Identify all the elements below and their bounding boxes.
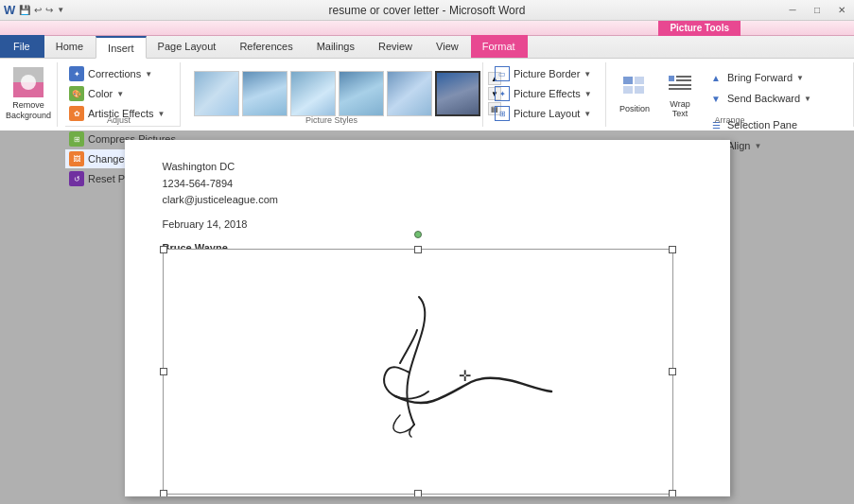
corrections-button[interactable]: ✦ Corrections ▼: [65, 64, 180, 83]
picture-styles-group: ▲ ▼ ▤ Picture Styles: [181, 62, 483, 127]
picture-format-buttons: ▭ Picture Border ▼ ✦ Picture Effects ▼ ⊞…: [491, 64, 596, 125]
style-thumbnails-container: ▲ ▼ ▤: [188, 64, 475, 123]
position-icon: [621, 75, 648, 101]
wrap-text-button[interactable]: WrapText: [659, 64, 701, 123]
handle-bot-left[interactable]: [160, 490, 167, 496]
phone-line: 1234-564-7894: [163, 176, 692, 193]
arrange-label: Arrange: [606, 115, 853, 125]
close-button[interactable]: ✕: [829, 0, 854, 21]
color-dropdown[interactable]: ▼: [116, 90, 124, 98]
handle-rotate[interactable]: [414, 231, 422, 238]
tab-mailings[interactable]: Mailings: [305, 35, 367, 58]
move-cursor: ✛: [459, 367, 471, 385]
svg-rect-3: [623, 77, 633, 84]
compress-icon: ⊞: [69, 131, 84, 147]
color-button[interactable]: 🎨 Color ▼: [65, 84, 180, 103]
minimize-button[interactable]: ─: [780, 0, 805, 21]
title-bar: W 💾 ↩ ↪ ▼ resume or cover letter - Micro…: [0, 0, 854, 21]
signature-image[interactable]: ✛: [163, 249, 673, 495]
picture-layout-icon: ⊞: [495, 106, 510, 121]
send-backward-icon: ▼: [708, 91, 723, 106]
document-page: Washington DC 1234-564-7894 clark@justic…: [125, 140, 730, 496]
picture-effects-icon: ✦: [495, 86, 510, 101]
remove-background-icon: [13, 67, 44, 97]
picture-border-button[interactable]: ▭ Picture Border ▼: [491, 64, 596, 83]
change-picture-icon: 🖼: [69, 151, 84, 166]
picture-effects-button[interactable]: ✦ Picture Effects ▼: [491, 84, 596, 103]
word-icon: W: [4, 3, 15, 17]
border-dropdown[interactable]: ▼: [584, 70, 591, 78]
address-line: Washington DC: [163, 159, 692, 176]
picture-layout-label: Picture Layout: [514, 108, 580, 119]
style-thumb-5[interactable]: [387, 71, 432, 116]
adjust-label: Adjust: [58, 115, 180, 125]
bring-forward-dropdown[interactable]: ▼: [796, 74, 804, 82]
bring-forward-label: Bring Forward: [727, 72, 793, 83]
window-controls: ─ □ ✕: [780, 0, 854, 21]
svg-rect-4: [635, 77, 644, 84]
picture-layout-button[interactable]: ⊞ Picture Layout ▼: [491, 104, 596, 123]
tab-home[interactable]: Home: [44, 35, 96, 58]
bring-forward-button[interactable]: ▲ Bring Forward ▼: [705, 68, 818, 87]
quick-access-toolbar: W 💾 ↩ ↪ ▼: [4, 3, 64, 17]
remove-background-label: RemoveBackground: [6, 100, 51, 121]
redo-icon[interactable]: ↪: [45, 5, 53, 15]
svg-point-2: [21, 75, 36, 90]
send-backward-dropdown[interactable]: ▼: [804, 95, 811, 103]
window-title: resume or cover letter - Microsoft Word: [329, 4, 526, 17]
handle-mid-right[interactable]: [669, 368, 676, 375]
picture-format-group: ▭ Picture Border ▼ ✦ Picture Effects ▼ ⊞…: [483, 62, 606, 127]
arrange-group: Position WrapText ▲ Bring Forw: [606, 62, 854, 127]
style-thumb-3[interactable]: [290, 71, 336, 116]
layout-dropdown[interactable]: ▼: [584, 110, 591, 118]
picture-tools-label: Picture Tools: [658, 21, 741, 36]
corrections-dropdown[interactable]: ▼: [145, 70, 152, 78]
handle-bot-center[interactable]: [414, 490, 422, 496]
handle-mid-left[interactable]: [160, 368, 167, 375]
tab-insert[interactable]: Insert: [96, 36, 147, 59]
tab-page-layout[interactable]: Page Layout: [147, 35, 229, 58]
align-dropdown[interactable]: ▼: [754, 142, 761, 150]
position-button[interactable]: Position: [614, 64, 655, 123]
picture-border-label: Picture Border: [514, 68, 580, 79]
tab-view[interactable]: View: [425, 35, 471, 58]
remove-background-button[interactable]: RemoveBackground: [4, 64, 53, 123]
arrange-side-buttons: ▲ Bring Forward ▼ ▼ Send Backward ▼ ☰ Se…: [705, 64, 818, 123]
color-icon: 🎨: [69, 86, 84, 101]
picture-border-icon: ▭: [495, 66, 510, 81]
undo-icon[interactable]: ↩: [34, 5, 42, 15]
handle-top-right[interactable]: [669, 246, 676, 253]
corrections-icon: ✦: [69, 66, 84, 81]
style-thumbnails: [188, 67, 486, 120]
ribbon: RemoveBackground ✦ Corrections ▼ 🎨 Color…: [0, 59, 854, 132]
document-area: Washington DC 1234-564-7894 clark@justic…: [0, 132, 854, 504]
align-label: Align: [727, 140, 750, 151]
reset-icon: ↺: [69, 171, 84, 186]
send-backward-button[interactable]: ▼ Send Backward ▼: [705, 89, 818, 108]
tab-file[interactable]: File: [0, 35, 44, 58]
tab-review[interactable]: Review: [367, 35, 425, 58]
adjust-group: ✦ Corrections ▼ 🎨 Color ▼ ✿ Artistic Eff…: [58, 62, 181, 127]
position-label: Position: [619, 104, 650, 113]
date-line: February 14, 2018: [163, 217, 692, 234]
style-thumb-2[interactable]: [242, 71, 288, 116]
email-line: clark@justiceleague.com: [163, 192, 692, 209]
picture-styles-label: Picture Styles: [181, 115, 482, 125]
customize-icon[interactable]: ▼: [57, 6, 64, 14]
handle-top-center[interactable]: [414, 246, 422, 253]
svg-rect-6: [635, 86, 644, 94]
effects-dropdown[interactable]: ▼: [584, 90, 592, 98]
maximize-button[interactable]: □: [805, 0, 829, 21]
corrections-label: Corrections: [88, 68, 141, 79]
style-thumb-6[interactable]: [435, 71, 480, 116]
save-icon[interactable]: 💾: [19, 5, 30, 15]
style-thumb-1[interactable]: [194, 71, 239, 116]
ribbon-tabs: File Home Insert Page Layout References …: [0, 36, 854, 59]
bring-forward-icon: ▲: [708, 70, 723, 85]
picture-effects-label: Picture Effects: [514, 88, 581, 99]
tab-references[interactable]: References: [228, 35, 305, 58]
style-thumb-4[interactable]: [339, 71, 384, 116]
tab-format[interactable]: Format: [471, 35, 528, 58]
handle-bot-right[interactable]: [669, 490, 676, 496]
handle-top-left[interactable]: [160, 246, 167, 253]
